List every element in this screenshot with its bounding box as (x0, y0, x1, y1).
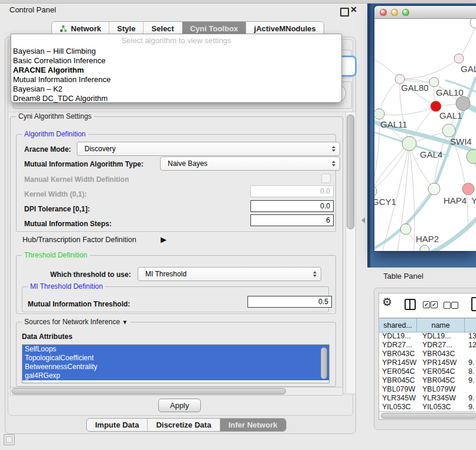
minimized-panel-icon[interactable] (4, 434, 15, 445)
column-header-name[interactable]: name (417, 318, 465, 332)
table-horizontal-scrollbar[interactable] (379, 411, 476, 419)
table-scrollbar-thumb[interactable] (381, 413, 476, 419)
float-window-icon[interactable] (340, 8, 349, 17)
cell: YER054C (382, 367, 415, 376)
dropdown-item-mutual-information-inference[interactable]: Mutual Information Inference (13, 75, 110, 84)
dpi-tolerance-field[interactable]: 0.0 (250, 200, 334, 212)
edge[interactable] (400, 79, 434, 82)
bottom-tab-impute-data[interactable]: Impute Data (87, 419, 148, 431)
cell: YBR045C (422, 376, 455, 385)
tab-style[interactable]: Style (109, 22, 144, 35)
cell: YDL19... (382, 332, 411, 341)
dropdown-item-basic-correlation-inference[interactable]: Basic Correlation Inference (13, 56, 106, 66)
hub-definition-label: Hub/Transcription Factor Definition (22, 236, 136, 244)
table-settings-gear-icon[interactable]: ⚙ (382, 295, 392, 309)
apply-button[interactable]: Apply (158, 399, 201, 412)
network-canvas[interactable]: GALGAL80GAL10GAL1GAL11SWI4GAL4GCY1HAP4YH… (374, 19, 476, 251)
data-attributes-label: Data Attributes (22, 332, 73, 341)
settings-scrollbar-thumb[interactable] (347, 115, 354, 229)
checked-checkbox-icon[interactable]: ✔ (423, 301, 430, 308)
node[interactable] (456, 96, 470, 110)
node-swi4[interactable] (442, 124, 455, 137)
edge[interactable] (400, 58, 459, 79)
cell: YPR145W (382, 358, 416, 367)
node-gal11[interactable] (374, 109, 384, 119)
unchecked-checkbox-icon[interactable] (444, 302, 451, 309)
dropdown-item-aracne-algorithm[interactable]: ARACNE Algorithm (13, 66, 84, 75)
column-header-extra[interactable] (465, 318, 476, 332)
tab-cyni-toolbox[interactable]: Cyni Toolbox (182, 22, 246, 35)
node[interactable] (420, 245, 429, 251)
unchecked-checkbox-icon[interactable] (451, 302, 458, 309)
network-window-titlebar[interactable] (374, 6, 476, 19)
node-label-gal11: GAL11 (380, 119, 407, 129)
cell: YPR145W (422, 358, 457, 367)
horizontal-scrollbar-thumb[interactable] (12, 388, 286, 394)
table-row[interactable]: YBR045CYBR045C9. (379, 376, 476, 385)
edge[interactable] (379, 106, 436, 115)
cell: YDL19... (422, 332, 451, 341)
edge[interactable] (379, 79, 400, 114)
algorithm-dropdown-popup: Select algorithm to view settings Bayesi… (11, 34, 342, 103)
table-row[interactable]: YLR345WYLR345W9. (379, 394, 476, 403)
table-row[interactable]: YDR27...YDR27...12 (379, 341, 476, 350)
node-y[interactable] (462, 183, 474, 195)
dropdown-item-dream8-dc-tdc-algorithm[interactable]: Dream8 DC_TDC Algorithm (13, 94, 107, 103)
cell: YBR045C (382, 376, 415, 385)
sources-expander-expanded-icon[interactable]: ▼ (122, 319, 128, 325)
cell: 9. (468, 394, 474, 403)
cell: 12 (468, 341, 476, 350)
close-icon[interactable]: ✕ (350, 5, 357, 14)
data-attributes-list[interactable]: SelfLoopsTopologicalCoefficientBetweenne… (22, 344, 330, 383)
network-view-window: GALGAL80GAL10GAL1GAL11SWI4GAL4GCY1HAP4YH… (374, 6, 476, 251)
attribute-item-betweennesscentrality[interactable]: BetweennessCentrality (22, 363, 329, 371)
edge[interactable] (397, 144, 409, 251)
dropdown-item-bayesian-hill-climbing[interactable]: Bayesian – Hill Climbing (13, 47, 96, 56)
table-row[interactable]: YBR043CYBR043C (379, 350, 476, 358)
mi-threshold-field[interactable]: 0.5 (247, 296, 332, 308)
bottom-tab-infer-network[interactable]: Infer Network (220, 419, 286, 431)
node-gal10[interactable] (429, 77, 439, 87)
column-layout-icon[interactable] (405, 299, 416, 310)
tab-select[interactable]: Select (144, 22, 182, 35)
table-row[interactable]: YDL19...YDL19...13 (379, 332, 476, 341)
table-row[interactable]: YIL053CYIL053C9. (379, 403, 476, 410)
kernel-width-label: Kernel Width (0,1): (24, 190, 87, 198)
checked-checkbox-icon[interactable]: ✔ (431, 301, 438, 308)
kernel-width-field[interactable]: 0.0 (250, 185, 334, 197)
node[interactable] (470, 19, 476, 28)
node-gal4[interactable] (402, 136, 416, 151)
spinner-arrows-icon (313, 271, 317, 277)
cell: YER054C (422, 367, 455, 376)
tab-jactivemnodules[interactable]: jActiveMNodules (246, 22, 324, 35)
mi-algorithm-type-combo[interactable]: Naive Bayes (160, 156, 340, 171)
zoom-traffic-light[interactable] (402, 9, 409, 16)
node[interactable] (467, 149, 476, 164)
table-row[interactable]: YPR145WYPR145W9. (379, 358, 476, 367)
divider-collapse-arrow-icon[interactable] (361, 217, 365, 223)
tab-network[interactable]: Network (52, 22, 109, 35)
table-row[interactable]: YBL079WYBL079W (379, 385, 476, 394)
node-hap2[interactable] (400, 224, 411, 234)
attribute-item-topologicalcoefficient[interactable]: TopologicalCoefficient (22, 354, 329, 363)
bottom-tab-discretize-data[interactable]: Discretize Data (148, 419, 220, 431)
node-gal[interactable] (454, 54, 464, 63)
close-traffic-light[interactable] (380, 9, 387, 16)
document-icon[interactable] (471, 297, 476, 311)
which-threshold-combo[interactable]: MI Threshold (138, 267, 321, 281)
column-header-shared[interactable]: shared... (379, 318, 417, 332)
attribute-item-selfloops[interactable]: SelfLoops (22, 345, 329, 354)
minimize-traffic-light[interactable] (391, 9, 398, 16)
attributes-list-scrollbar-thumb[interactable] (321, 347, 327, 379)
hub-expander-collapsed-icon[interactable]: ▶ (161, 235, 167, 244)
attribute-item-gal4rgexp[interactable]: gal4RGexp (22, 371, 329, 380)
node-label-gal: GAL (461, 64, 476, 74)
node-table: ⚙ ✔ ✔ shared...name YDL19...YDL19...13YD… (379, 293, 476, 420)
manual-kernel-width-checkbox[interactable] (321, 174, 331, 183)
table-row[interactable]: YER054CYER054C8. (379, 367, 476, 376)
thick-edge[interactable] (429, 208, 476, 251)
dropdown-item-bayesian-k2[interactable]: Bayesian – K2 (13, 84, 63, 94)
aracne-mode-combo[interactable]: Discovery (77, 142, 340, 156)
node-hap4[interactable] (428, 183, 440, 195)
mi-steps-field[interactable]: 6 (250, 214, 334, 226)
